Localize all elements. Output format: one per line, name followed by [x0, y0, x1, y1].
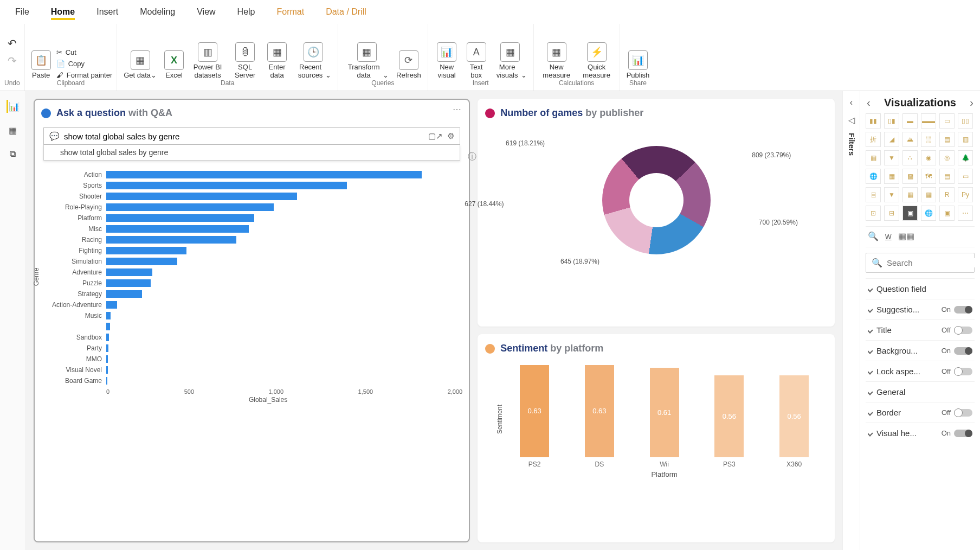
viz-type-icon[interactable]: ⌸ — [866, 187, 881, 202]
publish-button[interactable]: 📊Publish — [624, 50, 652, 79]
format-property-row[interactable]: General — [866, 381, 975, 402]
viz-type-icon[interactable]: ◢ — [884, 132, 899, 147]
publisher-donut-card[interactable]: Number of games by publisher 809 (23.79%… — [478, 99, 835, 327]
menu-help[interactable]: Help — [227, 2, 266, 22]
qna-input-container[interactable]: 💬 ▢↗ ⚙ — [43, 127, 460, 145]
recent-sources-button[interactable]: 🕒Recent sources⌄ — [293, 42, 333, 79]
format-search[interactable]: 🔍 — [866, 253, 975, 273]
toggle-switch[interactable]: On — [942, 347, 972, 355]
enter-data-button[interactable]: ▦Enter data — [264, 42, 290, 79]
convert-visual-icon[interactable]: ▢↗ — [428, 131, 443, 141]
format-property-row[interactable]: Backgrou...On — [866, 340, 975, 361]
viz-type-icon[interactable]: ▤ — [939, 132, 955, 147]
collapse-viz-icon[interactable]: › — [970, 97, 973, 109]
format-property-row[interactable]: Visual he...On — [866, 423, 975, 443]
format-property-row[interactable]: Question field — [866, 278, 975, 299]
viz-type-icon[interactable]: ⊡ — [866, 206, 881, 221]
format-property-row[interactable]: TitleOff — [866, 319, 975, 340]
new-measure-button[interactable]: ▦New measure — [538, 42, 575, 79]
viz-type-icon[interactable]: ⊟ — [884, 206, 899, 221]
qna-visual-card[interactable]: ⋯ Ask a question with Q&A 💬 ▢↗ ⚙ show to… — [34, 99, 470, 542]
viz-type-icon[interactable]: ▥ — [958, 132, 973, 147]
format-property-row[interactable]: Suggestio...On — [866, 299, 975, 319]
toggle-switch[interactable]: Off — [942, 408, 972, 417]
gear-icon[interactable]: ⚙ — [447, 131, 454, 141]
undo-button[interactable]: ↶ — [5, 37, 19, 50]
transform-data-button[interactable]: ▦Transform data⌄ — [343, 42, 391, 79]
format-property-row[interactable]: BorderOff — [866, 402, 975, 423]
expand-viz-icon[interactable]: ‹ — [867, 97, 871, 109]
menu-data-drill[interactable]: Data / Drill — [315, 2, 377, 22]
viz-type-icon[interactable]: ▩ — [902, 169, 918, 184]
viz-type-icon[interactable]: ▬ — [902, 113, 918, 129]
quick-measure-button[interactable]: ⚡Quick measure — [578, 42, 615, 79]
sentiment-bar-card[interactable]: Sentiment by platform Sentiment 0.63PS20… — [478, 334, 835, 542]
viz-type-icon[interactable]: ▦ — [902, 187, 918, 202]
viz-type-icon[interactable]: ▦ — [866, 150, 881, 165]
fields-well-icon[interactable]: w — [885, 232, 892, 241]
pbi-datasets-button[interactable]: ▥Power BI datasets — [189, 42, 226, 79]
viz-type-icon[interactable]: ▮▮ — [866, 113, 881, 129]
viz-type-icon[interactable]: ▦ — [921, 187, 936, 202]
viz-type-icon[interactable]: ⋯ — [958, 206, 973, 221]
viz-type-icon[interactable]: R — [939, 187, 955, 202]
cut-button[interactable]: ✂Cut — [56, 48, 113, 56]
copy-button[interactable]: 📄Copy — [56, 60, 113, 68]
viz-type-icon[interactable]: ▬▬ — [921, 113, 936, 129]
bookmark-icon[interactable]: ◁ — [848, 115, 855, 125]
viz-type-icon[interactable]: ⛰ — [902, 132, 918, 147]
report-canvas[interactable]: ⋯ Ask a question with Q&A 💬 ▢↗ ⚙ show to… — [26, 91, 842, 550]
menu-home[interactable]: Home — [40, 2, 86, 22]
model-view-button[interactable]: ⧉ — [7, 148, 20, 161]
visual-more-menu[interactable]: ⋯ — [453, 104, 462, 114]
get-data-button[interactable]: ▦Get data⌄ — [121, 50, 159, 79]
viz-type-icon[interactable]: 折 — [866, 132, 881, 147]
toggle-switch[interactable]: On — [942, 305, 972, 314]
viz-type-icon[interactable]: ▭ — [939, 113, 955, 129]
sql-server-button[interactable]: 🛢SQL Server — [229, 42, 261, 79]
menu-format[interactable]: Format — [266, 2, 315, 22]
viz-type-icon[interactable]: ▣ — [939, 206, 955, 221]
format-search-input[interactable] — [887, 258, 980, 267]
paste-button[interactable]: 📋Paste — [29, 50, 53, 79]
viz-type-icon[interactable]: ░ — [921, 132, 936, 147]
qna-input[interactable] — [64, 132, 424, 141]
filters-pane-collapsed[interactable]: ‹ ◁ Filters — [842, 91, 860, 550]
format-tab-icon[interactable]: ▦▦ — [898, 231, 914, 241]
menu-file[interactable]: File — [4, 2, 40, 22]
data-view-button[interactable]: ▦ — [7, 124, 20, 137]
viz-type-icon[interactable]: ∴ — [902, 150, 918, 165]
report-view-button[interactable]: 📊 — [7, 100, 20, 113]
viz-type-icon[interactable]: ▣ — [902, 206, 918, 221]
viz-type-icon[interactable]: ◉ — [921, 150, 936, 165]
info-icon[interactable]: ⓘ — [468, 151, 476, 163]
redo-button[interactable]: ↷ — [5, 54, 19, 67]
viz-type-icon[interactable]: ▭ — [958, 169, 973, 184]
format-painter-button[interactable]: 🖌Format painter — [56, 71, 113, 79]
excel-button[interactable]: XExcel — [162, 50, 186, 79]
menu-insert[interactable]: Insert — [86, 2, 129, 22]
viz-type-icon[interactable]: ◎ — [939, 150, 955, 165]
refresh-button[interactable]: ⟳Refresh — [394, 50, 423, 79]
viz-type-icon[interactable]: ▯▯ — [958, 113, 973, 129]
viz-type-icon[interactable]: 🌐 — [921, 206, 936, 221]
expand-filters-icon[interactable]: ‹ — [850, 98, 853, 107]
menu-modeling[interactable]: Modeling — [129, 2, 186, 22]
qna-suggestion[interactable]: show total global sales by genre — [43, 145, 460, 161]
viz-type-icon[interactable]: 🌐 — [866, 169, 881, 184]
viz-type-icon[interactable]: Py — [958, 187, 973, 202]
viz-type-icon[interactable]: ▤ — [939, 169, 955, 184]
viz-type-icon[interactable]: 🌲 — [958, 150, 973, 165]
viz-type-icon[interactable]: ▼ — [884, 150, 899, 165]
search-fields-icon[interactable]: 🔍 — [868, 231, 879, 241]
toggle-switch[interactable]: Off — [942, 326, 972, 334]
toggle-switch[interactable]: On — [942, 429, 972, 437]
new-visual-button[interactable]: 📊New visual — [433, 42, 461, 79]
viz-type-icon[interactable]: 🗺 — [921, 169, 936, 184]
format-property-row[interactable]: Lock aspe...Off — [866, 361, 975, 381]
toggle-switch[interactable]: Off — [942, 367, 972, 375]
viz-type-icon[interactable]: ▼ — [884, 187, 899, 202]
viz-type-icon[interactable]: ▦ — [884, 169, 899, 184]
viz-type-icon[interactable]: ▯▮ — [884, 113, 899, 129]
menu-view[interactable]: View — [186, 2, 226, 22]
